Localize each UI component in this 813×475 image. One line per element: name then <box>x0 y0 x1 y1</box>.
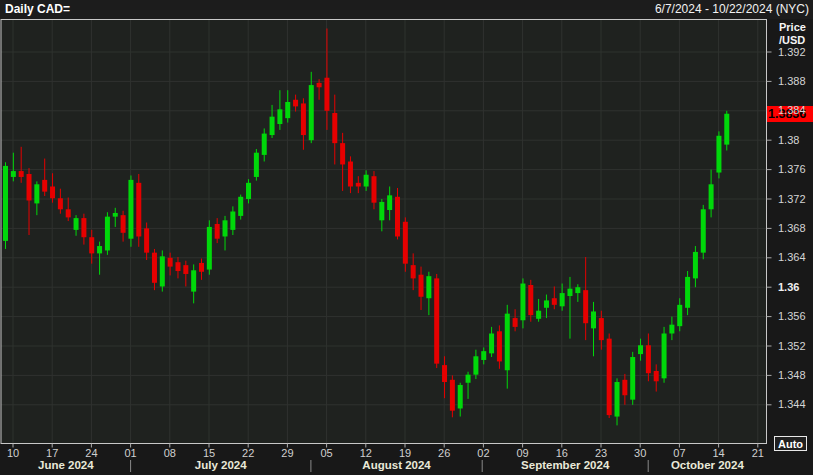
candle-body <box>473 356 478 374</box>
candle-body <box>58 198 63 209</box>
candle-body <box>293 100 298 107</box>
candle-body <box>168 258 173 267</box>
candle-body <box>332 113 337 143</box>
candle-body <box>160 256 165 286</box>
candle-body <box>309 85 314 140</box>
y-axis-tick-label: 1.344 <box>778 398 806 410</box>
candle-body <box>411 265 416 278</box>
candle-body <box>497 331 502 361</box>
candle-body <box>340 143 345 164</box>
y-axis-unit-label: Price /USD <box>779 21 806 47</box>
candle-body <box>50 187 55 199</box>
candle-body <box>246 183 251 199</box>
candle-body <box>230 211 235 229</box>
candle-body <box>513 318 518 327</box>
x-axis-tick-label: 01 <box>124 447 136 459</box>
candle-body <box>701 209 706 252</box>
candle-body <box>105 217 110 251</box>
candle-body <box>481 351 486 360</box>
x-axis-month-label: October 2024 <box>671 459 744 471</box>
y-axis-tick-label: 1.388 <box>778 75 806 87</box>
candle-body <box>238 197 243 216</box>
x-axis-tick-label: 05 <box>320 447 332 459</box>
candle-body <box>724 114 729 145</box>
candle-body <box>324 78 329 111</box>
candle-body <box>426 276 431 298</box>
candle-body <box>128 180 133 239</box>
candle-body <box>607 339 612 415</box>
candle-body <box>11 171 16 177</box>
y-axis-tick-label: 1.364 <box>778 251 806 263</box>
candle-body <box>536 311 541 319</box>
y-axis-tick-label: 1.372 <box>778 193 806 205</box>
candle-body <box>285 102 290 118</box>
candle-body <box>450 380 455 411</box>
candle-body <box>317 83 322 87</box>
x-axis-tick-label: 10 <box>7 447 19 459</box>
x-axis-tick-label: 23 <box>595 447 607 459</box>
candle-body <box>591 311 596 328</box>
candle-body <box>207 227 212 270</box>
candle-body <box>685 277 690 308</box>
candle-body <box>371 176 376 202</box>
candle-body <box>113 213 118 217</box>
candle-body <box>693 252 698 278</box>
candle-body <box>528 285 533 315</box>
candle-body <box>97 246 102 253</box>
candle-body <box>434 278 439 363</box>
y-axis-tick-label: 1.392 <box>778 46 806 58</box>
candle-body <box>575 287 580 293</box>
candle-body <box>458 385 463 409</box>
y-axis-tick-label: 1.356 <box>778 310 806 322</box>
candle-body <box>709 184 714 209</box>
candle-body <box>66 209 71 217</box>
y-axis-tick-label: 1.352 <box>778 340 806 352</box>
x-axis-tick-label: 26 <box>438 447 450 459</box>
candle-body <box>277 109 282 124</box>
candlestick-chart-canvas[interactable] <box>0 0 813 475</box>
candle-body <box>183 265 188 274</box>
candle-body <box>144 228 149 252</box>
candle-body <box>42 180 47 192</box>
auto-scale-button[interactable]: Auto <box>774 436 807 451</box>
candle-body <box>567 289 572 296</box>
candle-body <box>270 117 275 135</box>
candle-body <box>215 224 220 239</box>
candle-body <box>27 174 32 200</box>
candle-body <box>630 357 635 400</box>
candle-body <box>136 183 141 237</box>
x-axis-tick-label: 22 <box>242 447 254 459</box>
candle-body <box>364 175 369 187</box>
candle-body <box>191 270 196 291</box>
candle-body <box>348 162 353 187</box>
x-axis-month-label: August 2024 <box>362 459 430 471</box>
y-axis-tick-label: 1.376 <box>778 163 806 175</box>
candle-body <box>175 262 180 271</box>
y-axis-tick-label: 1.368 <box>778 222 806 234</box>
x-axis-month-label: September 2024 <box>521 459 609 471</box>
x-axis-tick-label: 21 <box>752 447 764 459</box>
candle-body <box>583 290 588 323</box>
candle-body <box>662 334 667 379</box>
candle-body <box>152 253 157 283</box>
x-axis-tick-label: 29 <box>281 447 293 459</box>
x-axis-tick-label: 19 <box>399 447 411 459</box>
candle-body <box>466 375 471 383</box>
candle-body <box>403 222 408 264</box>
candle-body <box>646 345 651 373</box>
candle-body <box>356 183 361 187</box>
x-axis-tick-label: 17 <box>46 447 58 459</box>
candle-body <box>669 325 674 334</box>
candle-body <box>81 218 86 237</box>
candle-body <box>89 237 94 253</box>
candle-body <box>560 293 565 306</box>
candle-body <box>544 300 549 307</box>
candle-body <box>622 380 627 395</box>
x-axis-tick-label: 14 <box>712 447 724 459</box>
x-axis-tick-label: 24 <box>85 447 97 459</box>
candle-body <box>199 263 204 272</box>
candle-body <box>489 334 494 354</box>
y-axis-tick-label: 1.36 <box>778 281 799 293</box>
x-axis-tick-label: 30 <box>634 447 646 459</box>
candle-body <box>74 218 79 230</box>
